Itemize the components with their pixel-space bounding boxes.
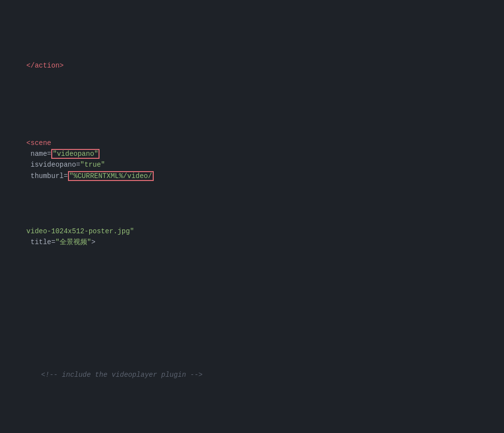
code-editor: </action> <scene name="videopano" isvide… bbox=[10, 5, 494, 433]
code-line: <!-- include the videoplayer plugin --> bbox=[10, 359, 494, 392]
attr-val: "全景视频" bbox=[55, 238, 91, 246]
tag-close: </action> bbox=[27, 62, 64, 70]
code-line: video-1024x512-poster.jpg" title="全景视频"> bbox=[10, 215, 494, 259]
attr-val: "true" bbox=[80, 161, 105, 169]
code-comment: <!-- include the videoplayer plugin --> bbox=[41, 371, 203, 379]
code-line: </action> bbox=[10, 49, 494, 82]
code-text: title= bbox=[27, 238, 56, 246]
code-text: name= bbox=[27, 150, 51, 158]
tag-open: <scene bbox=[27, 139, 51, 147]
code-text: isvideopano= bbox=[27, 161, 80, 169]
code-line bbox=[10, 303, 494, 314]
code-line: <scene name="videopano" isvideopano="tru… bbox=[10, 126, 494, 192]
code-text: > bbox=[91, 238, 95, 246]
code-text: thumburl= bbox=[27, 172, 68, 180]
attr-val: video-1024x512-poster.jpg" bbox=[27, 227, 134, 235]
attr-val: "videopano" bbox=[53, 150, 98, 158]
attr-val: "%CURRENTXML%/video/ bbox=[69, 172, 152, 180]
